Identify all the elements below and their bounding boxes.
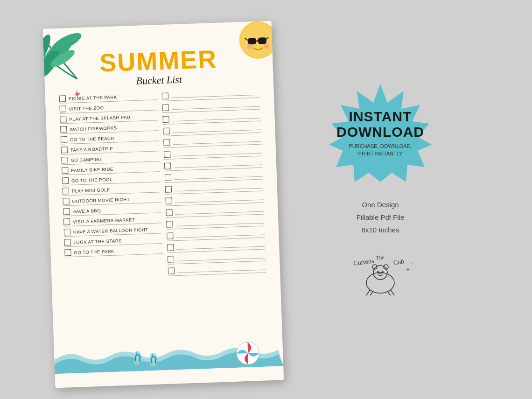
blank-line xyxy=(166,216,265,229)
checkbox[interactable] xyxy=(62,167,68,174)
purchase-subtext: PURCHASE, DOWNLOAD,PRINT INSTANTLY xyxy=(336,142,424,158)
item-text: VISIT THE ZOO xyxy=(69,105,104,111)
checkbox[interactable] xyxy=(165,185,172,192)
checkbox[interactable] xyxy=(165,197,172,203)
item-text: GO TO THE PARK xyxy=(74,248,114,255)
item-text: PLAY AT THE SPLASH PAD xyxy=(69,114,130,121)
list-item: GO TO THE PARK xyxy=(64,245,163,257)
item-text: WATCH FIREWORKS xyxy=(70,125,117,132)
checkbox[interactable] xyxy=(59,95,66,102)
list-item: GO TO THE POOL xyxy=(62,173,161,185)
checkbox[interactable] xyxy=(61,147,68,153)
blank-line xyxy=(163,134,262,147)
checklist-container: PICNIC AT THE PARKVISIT THE ZOOPLAY AT T… xyxy=(59,87,266,280)
item-text: GO TO THE POOL xyxy=(71,176,112,183)
checkbox[interactable] xyxy=(61,136,67,143)
list-item: PLAY AT THE SPLASH PAD xyxy=(60,112,158,124)
checkbox[interactable] xyxy=(60,116,66,122)
list-item: TAKE A ROADTRIP xyxy=(61,142,159,154)
svg-point-24 xyxy=(377,271,379,273)
item-text: HAVE A WATER BALLOON FIGHT xyxy=(73,226,148,234)
checkbox[interactable] xyxy=(163,139,170,145)
right-checklist-column xyxy=(162,87,266,276)
palm-leaf-decoration xyxy=(43,22,91,85)
checkbox[interactable] xyxy=(162,104,169,110)
blank-line xyxy=(168,251,266,264)
bear-logo: The Curious Cub ✦ ✦ xyxy=(338,250,422,299)
checkbox[interactable] xyxy=(60,126,67,133)
blank-line xyxy=(165,181,263,194)
list-item: VISIT THE ZOO xyxy=(59,101,158,113)
left-checklist-column: PICNIC AT THE PARKVISIT THE ZOOPLAY AT T… xyxy=(59,91,164,280)
list-item: GO CAMPING xyxy=(61,153,160,165)
checkbox[interactable] xyxy=(168,267,175,273)
checkbox[interactable] xyxy=(165,174,171,180)
main-container: SUMMER Bucket List ✦ PICNIC AT THE PARKV… xyxy=(0,0,532,399)
blank-line xyxy=(162,111,261,124)
checkbox[interactable] xyxy=(59,105,66,112)
blank-line xyxy=(164,146,262,159)
blank-line xyxy=(165,192,264,206)
list-item: VISIT A FARMERS MARKET xyxy=(63,214,162,226)
checkbox[interactable] xyxy=(164,150,170,157)
checkbox[interactable] xyxy=(63,208,70,215)
blank-line xyxy=(166,204,264,217)
checkbox[interactable] xyxy=(164,162,171,168)
checkbox[interactable] xyxy=(162,92,168,98)
checkbox[interactable] xyxy=(63,218,70,225)
list-item: LOOK AT THE STARS xyxy=(64,235,162,247)
list-item: FAMILY BIKE RIDE xyxy=(62,163,160,175)
svg-text:The: The xyxy=(375,254,385,261)
info-line-3: 8x10 Inches xyxy=(357,224,405,236)
checkbox[interactable] xyxy=(63,188,69,194)
checkbox[interactable] xyxy=(64,228,70,235)
checkbox[interactable] xyxy=(61,157,68,163)
svg-line-28 xyxy=(391,290,394,295)
checkbox[interactable] xyxy=(62,177,69,184)
svg-rect-7 xyxy=(248,37,256,44)
document-paper: SUMMER Bucket List ✦ PICNIC AT THE PARKV… xyxy=(43,21,284,388)
right-panel: INSTANT DOWNLOAD PURCHASE, DOWNLOAD,PRIN… xyxy=(306,82,455,299)
info-box: One Design Fillable Pdf File 8x10 Inches xyxy=(357,198,405,236)
svg-text:✦: ✦ xyxy=(411,261,413,265)
checkbox[interactable] xyxy=(163,127,169,133)
checkbox[interactable] xyxy=(166,209,172,215)
list-item: HAVE A WATER BALLOON FIGHT xyxy=(64,224,162,237)
blank-line xyxy=(162,87,260,101)
svg-line-30 xyxy=(387,291,391,295)
list-item: OUTDOOR MOVIE NIGHT xyxy=(63,194,161,206)
starburst-text: INSTANT DOWNLOAD PURCHASE, DOWNLOAD,PRIN… xyxy=(336,109,424,158)
blank-line xyxy=(162,99,260,112)
svg-rect-8 xyxy=(258,37,266,44)
info-line-2: Fillable Pdf File xyxy=(357,211,405,224)
download-label: DOWNLOAD xyxy=(336,124,424,140)
item-text: FAMILY BIKE RIDE xyxy=(71,166,113,173)
checkbox[interactable] xyxy=(166,220,173,227)
checkbox[interactable] xyxy=(64,249,71,255)
blank-line xyxy=(167,227,265,241)
checkbox[interactable] xyxy=(168,255,174,262)
list-item: GO TO THE BEACH xyxy=(61,132,159,144)
blank-line xyxy=(163,122,261,136)
svg-point-26 xyxy=(378,273,382,276)
checkbox[interactable] xyxy=(167,244,174,250)
svg-text:Curious: Curious xyxy=(353,257,374,267)
svg-line-27 xyxy=(366,290,370,295)
item-text: OUTDOOR MOVIE NIGHT xyxy=(72,196,130,203)
checkbox[interactable] xyxy=(63,198,69,204)
item-text: LOOK AT THE STARS xyxy=(74,238,122,245)
checkbox[interactable] xyxy=(162,115,169,122)
instant-label: INSTANT xyxy=(336,109,424,124)
svg-text:Cub: Cub xyxy=(393,258,405,266)
checkbox[interactable] xyxy=(167,232,173,238)
list-item: PLAY MINI GOLF xyxy=(63,183,161,196)
checkbox[interactable] xyxy=(64,238,70,245)
beach-ball-decoration xyxy=(236,341,260,365)
blank-line xyxy=(165,169,263,182)
list-item: WATCH FIREWORKS xyxy=(60,122,159,134)
item-text: GO TO THE BEACH xyxy=(70,135,114,142)
item-text: PLAY MINI GOLF xyxy=(72,187,110,193)
item-text: HAVE A BBQ xyxy=(72,208,101,214)
sun-decoration xyxy=(229,21,282,66)
info-line-1: One Design xyxy=(357,198,405,211)
